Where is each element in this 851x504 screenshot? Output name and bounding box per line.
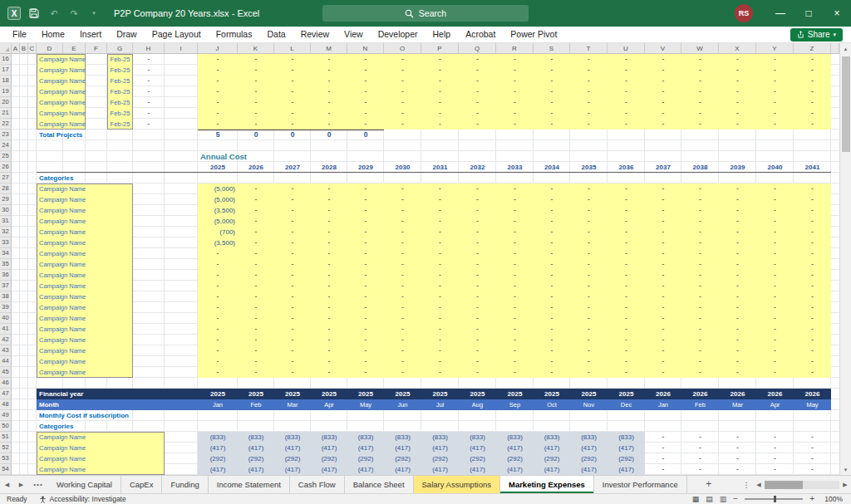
dash-cell[interactable]: - xyxy=(681,259,719,270)
dash-cell[interactable]: - xyxy=(496,76,534,86)
dash-cell[interactable]: - xyxy=(645,335,681,345)
dash-cell[interactable]: - xyxy=(534,367,570,378)
dash-cell[interactable]: - xyxy=(645,313,681,324)
row-header-20[interactable]: 20 xyxy=(0,97,11,108)
dash-cell[interactable]: - xyxy=(608,76,645,86)
dash-cell[interactable]: - xyxy=(534,54,570,65)
row-header-50[interactable]: 50 xyxy=(0,421,11,432)
dash-cell[interactable]: - xyxy=(681,108,719,119)
month-cell[interactable]: Oct xyxy=(534,399,570,410)
dash-cell[interactable]: - xyxy=(570,345,608,356)
dash-cell[interactable]: - xyxy=(384,183,421,194)
total-projects-label[interactable]: Total Projects xyxy=(37,130,198,140)
month-cell[interactable]: Aug xyxy=(459,399,496,410)
monthly-value-cell[interactable]: (833) xyxy=(421,432,459,443)
dash-cell[interactable]: - xyxy=(274,248,311,259)
dash-cell[interactable]: - xyxy=(274,108,311,119)
dash-cell[interactable]: - xyxy=(719,194,756,205)
row-header-25[interactable]: 25 xyxy=(0,151,11,162)
dash-cell[interactable]: - xyxy=(421,302,459,313)
dash-cell[interactable]: - xyxy=(311,324,347,335)
dash-cell[interactable]: - xyxy=(238,356,274,367)
dash-cell[interactable]: - xyxy=(794,237,831,248)
monthly-value-cell[interactable]: (292) xyxy=(421,453,459,464)
dash-cell[interactable]: - xyxy=(534,227,570,237)
month-cell[interactable]: Jun xyxy=(384,399,421,410)
campaign-name-cell[interactable]: Campaign Name xyxy=(37,248,133,259)
dash-cell[interactable]: - xyxy=(238,302,274,313)
dash-cell[interactable]: - xyxy=(384,237,421,248)
dash-cell[interactable]: - xyxy=(645,432,681,443)
monthly-value-cell[interactable]: (292) xyxy=(608,453,645,464)
monthly-value-cell[interactable]: (417) xyxy=(534,443,570,453)
dash-cell[interactable]: - xyxy=(496,335,534,345)
month-cell[interactable]: Mar xyxy=(719,399,756,410)
dash-cell[interactable]: - xyxy=(534,356,570,367)
year-header-cell[interactable]: 2025 xyxy=(198,162,238,173)
dash-cell[interactable]: - xyxy=(645,453,681,464)
dash-cell[interactable]: - xyxy=(238,86,274,97)
dash-cell[interactable]: - xyxy=(238,324,274,335)
row-header-52[interactable]: 52 xyxy=(0,443,11,453)
dash-cell[interactable]: - xyxy=(794,227,831,237)
dash-cell[interactable]: - xyxy=(384,313,421,324)
dash-cell[interactable]: - xyxy=(347,227,384,237)
column-header-D[interactable]: D xyxy=(37,43,63,54)
financial-year-label[interactable]: Financial year xyxy=(37,389,198,399)
row-header-28[interactable]: 28 xyxy=(0,183,11,194)
dash-cell[interactable]: - xyxy=(719,205,756,216)
month-cell[interactable]: Sep xyxy=(496,399,534,410)
row-header-48[interactable]: 48 xyxy=(0,399,11,410)
dash-cell[interactable]: - xyxy=(421,367,459,378)
dash-cell[interactable]: - xyxy=(198,356,238,367)
column-header-Q[interactable]: Q xyxy=(459,43,496,54)
fy-year-cell[interactable]: 2026 xyxy=(719,389,756,399)
dash-cell[interactable]: - xyxy=(570,76,608,86)
annual-value-cell[interactable]: (700) xyxy=(198,227,238,237)
column-header-Y[interactable]: Y xyxy=(756,43,794,54)
dash-cell[interactable]: - xyxy=(238,183,274,194)
row-header-33[interactable]: 33 xyxy=(0,237,11,248)
dash-cell[interactable]: - xyxy=(756,270,794,281)
dash-cell[interactable]: - xyxy=(681,76,719,86)
dash-cell[interactable]: - xyxy=(384,335,421,345)
select-all-corner[interactable] xyxy=(0,43,12,54)
sheet-tab-cash-flow[interactable]: Cash Flow xyxy=(290,476,345,493)
year-header-cell[interactable]: 2028 xyxy=(311,162,347,173)
dash-cell[interactable]: - xyxy=(681,216,719,227)
dash-cell[interactable]: - xyxy=(347,97,384,108)
column-header-V[interactable]: V xyxy=(645,43,681,54)
dash-cell[interactable]: - xyxy=(198,108,238,119)
row-header-35[interactable]: 35 xyxy=(0,259,11,270)
dash-cell[interactable]: - xyxy=(198,86,238,97)
dash-cell[interactable]: - xyxy=(645,443,681,453)
dash-cell[interactable]: - xyxy=(496,216,534,227)
horizontal-scrollbar[interactable]: ◀ ▶ xyxy=(753,476,851,494)
dash-cell[interactable]: - xyxy=(645,464,681,475)
dash-cell[interactable]: - xyxy=(570,259,608,270)
column-header-M[interactable]: M xyxy=(311,43,347,54)
dash-cell[interactable]: - xyxy=(384,194,421,205)
row-header-45[interactable]: 45 xyxy=(0,367,11,378)
dash-cell[interactable]: - xyxy=(459,65,496,76)
month-cell[interactable]: Apr xyxy=(311,399,347,410)
fy-year-cell[interactable]: 2025 xyxy=(311,389,347,399)
dash-cell[interactable]: - xyxy=(347,216,384,227)
dash-cell[interactable]: - xyxy=(681,183,719,194)
campaign-name-cell[interactable]: Campaign Name xyxy=(37,54,86,65)
year-header-cell[interactable]: 2031 xyxy=(421,162,459,173)
dash-cell[interactable]: - xyxy=(238,227,274,237)
month-cell[interactable]: Mar xyxy=(274,399,311,410)
annual-cost-title[interactable]: Annual Cost xyxy=(198,151,311,162)
zoom-out-button[interactable]: − xyxy=(733,494,738,504)
dash-cell[interactable]: - xyxy=(198,367,238,378)
dash-cell[interactable]: - xyxy=(198,54,238,65)
dash-cell[interactable]: - xyxy=(459,356,496,367)
dash-cell[interactable]: - xyxy=(496,281,534,291)
dash-cell[interactable]: - xyxy=(756,281,794,291)
dash-cell[interactable]: - xyxy=(794,281,831,291)
row-header-24[interactable]: 24 xyxy=(0,140,11,151)
dash-cell[interactable]: - xyxy=(496,259,534,270)
dash-cell[interactable]: - xyxy=(794,248,831,259)
monthly-subtitle[interactable]: Monthly Cost if subscription xyxy=(37,410,198,421)
